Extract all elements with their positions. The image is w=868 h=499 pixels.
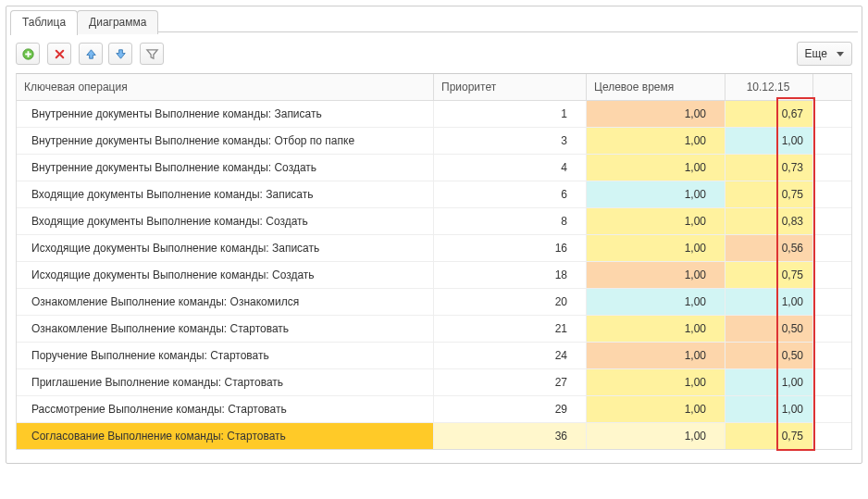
tab-chart[interactable]: Диаграмма [77, 10, 158, 34]
chevron-down-icon [837, 52, 844, 56]
cell-target: 1,00 [587, 101, 725, 127]
header-priority[interactable]: Приоритет [434, 74, 587, 100]
cell-value: 0,83 [725, 208, 813, 234]
cell-target: 1,00 [587, 396, 725, 422]
cell-value: 1,00 [725, 396, 813, 422]
cell-value: 0,75 [725, 181, 813, 207]
cell-operation: Входящие документы Выполнение команды: С… [17, 208, 434, 234]
table-row[interactable]: Поручение Выполнение команды: Стартовать… [17, 343, 851, 369]
cell-operation: Исходящие документы Выполнение команды: … [17, 235, 434, 261]
cell-target: 1,00 [587, 181, 725, 207]
cell-operation: Внутренние документы Выполнение команды:… [17, 128, 434, 154]
table-row[interactable]: Согласование Выполнение команды: Стартов… [17, 423, 851, 449]
cell-value: 0,75 [725, 423, 813, 449]
funnel-icon [145, 47, 159, 61]
table-row[interactable]: Входящие документы Выполнение команды: З… [17, 181, 851, 208]
add-icon [21, 47, 35, 61]
cell-value: 0,56 [725, 235, 813, 261]
table-row[interactable]: Ознакомление Выполнение команды: Ознаком… [17, 289, 851, 316]
cell-operation: Внутренние документы Выполнение команды:… [17, 155, 434, 181]
cell-operation: Исходящие документы Выполнение команды: … [17, 262, 434, 288]
arrow-down-icon [114, 47, 128, 61]
table-row[interactable]: Ознакомление Выполнение команды: Стартов… [17, 316, 851, 343]
add-button[interactable] [16, 43, 40, 65]
cell-priority: 21 [434, 316, 587, 342]
cell-priority: 16 [434, 235, 587, 261]
header-operation[interactable]: Ключевая операция [17, 74, 434, 100]
cell-value: 1,00 [725, 289, 813, 315]
cell-priority: 20 [434, 289, 587, 315]
cell-value: 1,00 [725, 369, 813, 395]
cell-operation: Рассмотрение Выполнение команды: Стартов… [17, 396, 434, 422]
more-label: Еще [805, 47, 827, 60]
cell-value: 0,75 [725, 262, 813, 288]
cell-priority: 27 [434, 369, 587, 395]
cell-operation: Согласование Выполнение команды: Стартов… [17, 423, 434, 449]
cell-priority: 4 [434, 155, 587, 181]
table-row[interactable]: Внутренние документы Выполнение команды:… [17, 128, 851, 155]
delete-icon [53, 47, 67, 61]
cell-target: 1,00 [587, 316, 725, 342]
more-button[interactable]: Еще [797, 42, 852, 66]
table-row[interactable]: Рассмотрение Выполнение команды: Стартов… [17, 396, 851, 423]
svg-rect-2 [25, 53, 31, 55]
cell-priority: 24 [434, 343, 587, 368]
header-date[interactable]: 10.12.15 [725, 74, 813, 100]
cell-target: 1,00 [587, 235, 725, 261]
cell-operation: Приглашение Выполнение команды: Стартова… [17, 369, 434, 395]
cell-priority: 36 [434, 423, 587, 449]
cell-value: 0,50 [725, 343, 813, 368]
cell-value: 1,00 [725, 128, 813, 154]
data-grid: Ключевая операция Приоритет Целевое врем… [16, 73, 852, 450]
table-row[interactable]: Исходящие документы Выполнение команды: … [17, 235, 851, 262]
cell-value: 0,50 [725, 316, 813, 342]
cell-target: 1,00 [587, 289, 725, 315]
table-row[interactable]: Внутренние документы Выполнение команды:… [17, 101, 851, 128]
cell-target: 1,00 [587, 262, 725, 288]
table-row[interactable]: Входящие документы Выполнение команды: С… [17, 208, 851, 235]
cell-target: 1,00 [587, 155, 725, 181]
tabs-row: Таблица Диаграмма [6, 6, 862, 32]
toolbar: Еще [16, 42, 852, 66]
cell-value: 0,67 [725, 101, 813, 127]
cell-priority: 29 [434, 396, 587, 422]
cell-value: 0,73 [725, 155, 813, 181]
cell-operation: Внутренние документы Выполнение команды:… [17, 101, 434, 127]
delete-button[interactable] [47, 43, 71, 65]
table-row[interactable]: Внутренние документы Выполнение команды:… [17, 155, 851, 181]
cell-target: 1,00 [587, 208, 725, 234]
cell-operation: Поручение Выполнение команды: Стартовать [17, 343, 434, 368]
header-target[interactable]: Целевое время [587, 74, 725, 100]
cell-operation: Ознакомление Выполнение команды: Стартов… [17, 316, 434, 342]
cell-priority: 3 [434, 128, 587, 154]
tab-table[interactable]: Таблица [10, 10, 78, 35]
cell-target: 1,00 [587, 128, 725, 154]
cell-operation: Входящие документы Выполнение команды: З… [17, 181, 434, 207]
arrow-up-icon [84, 47, 98, 61]
cell-target: 1,00 [587, 423, 725, 449]
move-up-button[interactable] [79, 43, 103, 65]
table-row[interactable]: Исходящие документы Выполнение команды: … [17, 262, 851, 289]
cell-operation: Ознакомление Выполнение команды: Ознаком… [17, 289, 434, 315]
cell-priority: 6 [434, 181, 587, 207]
cell-target: 1,00 [587, 369, 725, 395]
filter-button[interactable] [140, 43, 164, 65]
table-row[interactable]: Приглашение Выполнение команды: Стартова… [17, 369, 851, 396]
cell-priority: 18 [434, 262, 587, 288]
cell-priority: 8 [434, 208, 587, 234]
cell-priority: 1 [434, 101, 587, 127]
grid-header: Ключевая операция Приоритет Целевое врем… [17, 74, 851, 101]
cell-target: 1,00 [587, 343, 725, 368]
move-down-button[interactable] [108, 43, 132, 65]
